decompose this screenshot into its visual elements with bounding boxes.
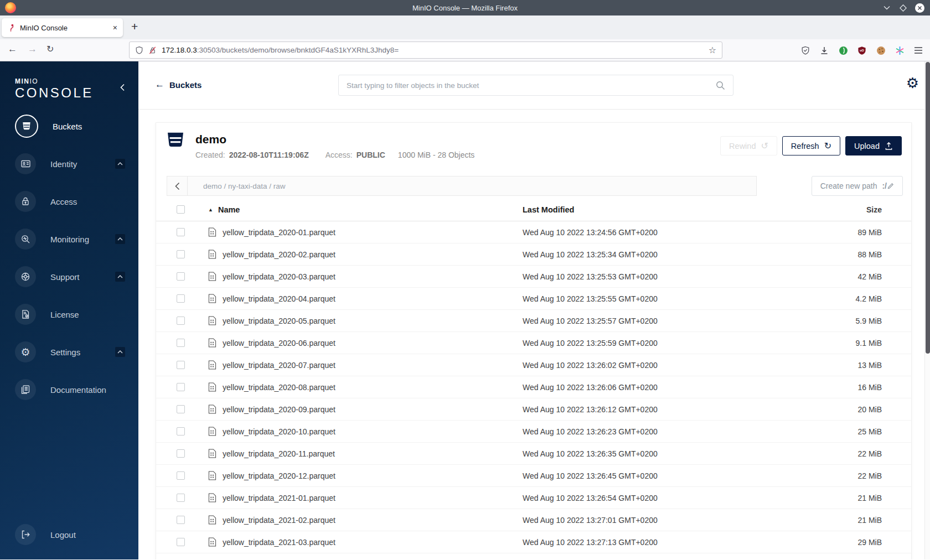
row-checkbox[interactable] [177, 272, 185, 281]
table-row[interactable]: yellow_tripdata_2020-04.parquet Wed Aug … [156, 288, 911, 310]
object-name[interactable]: yellow_tripdata_2020-07.parquet [223, 361, 335, 370]
table-row[interactable]: yellow_tripdata_2021-03.parquet Wed Aug … [156, 531, 911, 553]
table-row[interactable]: yellow_tripdata_2020-11.parquet Wed Aug … [156, 443, 911, 465]
row-checkbox[interactable] [177, 494, 185, 502]
object-name[interactable]: yellow_tripdata_2020-04.parquet [223, 294, 335, 303]
name-column-header[interactable]: ▲ Name [195, 205, 523, 214]
object-name[interactable]: yellow_tripdata_2020-10.parquet [223, 427, 335, 436]
sidebar-item-buckets[interactable]: Buckets [0, 113, 138, 139]
table-row[interactable]: yellow_tripdata_2020-06.parquet Wed Aug … [156, 332, 911, 354]
colorful-asterisk-extension-icon[interactable] [895, 45, 905, 55]
row-checkbox[interactable] [177, 538, 185, 546]
object-name[interactable]: yellow_tripdata_2020-02.parquet [223, 250, 335, 259]
create-new-path-button[interactable]: Create new path :/ [812, 176, 903, 196]
scrollbar-thumb[interactable] [926, 62, 930, 354]
create-path-icon: :/ [882, 182, 894, 190]
url-bar[interactable]: 172.18.0.3:30503/buckets/demo/browse/bnk… [129, 42, 722, 59]
sidebar-item-settings[interactable]: ⚙ Settings [0, 339, 138, 365]
object-name[interactable]: yellow_tripdata_2020-08.parquet [223, 383, 335, 392]
object-name[interactable]: yellow_tripdata_2020-05.parquet [223, 317, 335, 325]
row-checkbox[interactable] [177, 228, 185, 236]
table-row[interactable]: yellow_tripdata_2020-07.parquet Wed Aug … [156, 354, 911, 376]
object-name[interactable]: yellow_tripdata_2021-02.parquet [223, 516, 335, 525]
object-search-input[interactable] [347, 81, 716, 90]
sidebar-item-access[interactable]: Access [0, 188, 138, 215]
object-table: ▲ Name Last Modified Size [156, 198, 911, 553]
row-checkbox[interactable] [177, 405, 185, 413]
object-name[interactable]: yellow_tripdata_2021-01.parquet [223, 494, 335, 502]
back-to-buckets-link[interactable]: ← Buckets [155, 79, 202, 90]
sidebar-collapse-button[interactable] [120, 84, 125, 94]
upload-icon [885, 142, 893, 150]
sidebar-item-identity[interactable]: Identity [0, 151, 138, 177]
chevron-left-icon [120, 84, 125, 91]
object-name[interactable]: yellow_tripdata_2020-09.parquet [223, 405, 335, 414]
window-minimize-button[interactable] [882, 3, 891, 13]
path-back-button[interactable] [167, 177, 188, 195]
chevron-up-icon[interactable] [115, 347, 125, 357]
new-tab-button[interactable]: + [131, 20, 138, 33]
settings-gear-button[interactable]: ⚙ [906, 76, 919, 90]
row-checkbox[interactable] [177, 294, 185, 303]
table-row[interactable]: yellow_tripdata_2020-12.parquet Wed Aug … [156, 465, 911, 487]
parquet-file-icon [208, 250, 216, 259]
row-checkbox[interactable] [177, 383, 185, 391]
refresh-button[interactable]: Refresh ↻ [782, 136, 840, 155]
object-name[interactable]: yellow_tripdata_2020-11.parquet [223, 449, 335, 458]
ublock-origin-extension-icon[interactable]: uO [857, 45, 867, 55]
object-name[interactable]: yellow_tripdata_2020-01.parquet [223, 228, 335, 237]
row-checkbox[interactable] [177, 361, 185, 369]
table-row[interactable]: yellow_tripdata_2020-09.parquet Wed Aug … [156, 398, 911, 421]
bookmark-star-icon[interactable]: ☆ [709, 45, 716, 55]
row-checkbox[interactable] [177, 427, 185, 435]
back-button[interactable]: ← [8, 44, 17, 55]
reload-button[interactable]: ↻ [46, 44, 54, 54]
sidebar-item-license[interactable]: License [0, 301, 138, 328]
cookie-extension-icon[interactable] [876, 45, 886, 55]
table-row[interactable]: yellow_tripdata_2020-08.parquet Wed Aug … [156, 376, 911, 398]
row-checkbox[interactable] [177, 449, 185, 458]
breadcrumb[interactable]: demo / ny-taxi-data / raw [188, 182, 286, 190]
rewind-button[interactable]: Rewind ↺ [720, 136, 777, 155]
row-checkbox[interactable] [177, 317, 185, 325]
table-row[interactable]: yellow_tripdata_2020-03.parquet Wed Aug … [156, 266, 911, 288]
insecure-lock-icon[interactable] [148, 46, 157, 55]
parquet-file-icon [208, 537, 216, 547]
tab-strip: MinIO Console × + [0, 15, 930, 39]
forward-button[interactable]: → [28, 44, 37, 55]
object-name[interactable]: yellow_tripdata_2021-03.parquet [223, 538, 335, 547]
vertical-scrollbar[interactable] [924, 61, 930, 559]
object-name[interactable]: yellow_tripdata_2020-12.parquet [223, 471, 335, 480]
window-close-button[interactable] [915, 3, 924, 13]
chevron-up-icon[interactable] [115, 234, 125, 244]
hamburger-menu-button[interactable] [913, 45, 923, 55]
sidebar-item-monitoring[interactable]: Monitoring [0, 226, 138, 252]
tab-close-button[interactable]: × [113, 24, 117, 32]
table-row[interactable]: yellow_tripdata_2020-05.parquet Wed Aug … [156, 310, 911, 332]
row-checkbox[interactable] [177, 339, 185, 347]
row-checkbox[interactable] [177, 250, 185, 258]
chevron-up-icon[interactable] [115, 159, 125, 169]
table-row[interactable]: yellow_tripdata_2020-10.parquet Wed Aug … [156, 421, 911, 443]
table-row[interactable]: yellow_tripdata_2021-02.parquet Wed Aug … [156, 509, 911, 531]
downloads-button[interactable] [819, 45, 829, 55]
select-all-checkbox[interactable] [177, 205, 185, 214]
tracking-shield-icon[interactable] [135, 46, 143, 55]
sidebar-item-support[interactable]: Support [0, 263, 138, 290]
shield-check-extension-icon[interactable] [800, 45, 810, 55]
object-name[interactable]: yellow_tripdata_2020-03.parquet [223, 272, 335, 281]
green-extension-icon[interactable] [838, 45, 848, 55]
row-checkbox[interactable] [177, 471, 185, 480]
table-row[interactable]: yellow_tripdata_2020-02.parquet Wed Aug … [156, 243, 911, 266]
row-checkbox[interactable] [177, 516, 185, 524]
chevron-up-icon[interactable] [115, 272, 125, 282]
table-header-row: ▲ Name Last Modified Size [156, 198, 911, 221]
browser-tab[interactable]: MinIO Console × [2, 18, 123, 37]
upload-button[interactable]: Upload [845, 136, 902, 155]
table-row[interactable]: yellow_tripdata_2021-01.parquet Wed Aug … [156, 487, 911, 509]
table-row[interactable]: yellow_tripdata_2020-01.parquet Wed Aug … [156, 221, 911, 243]
window-maximize-button[interactable] [898, 3, 908, 13]
object-name[interactable]: yellow_tripdata_2020-06.parquet [223, 339, 335, 348]
sidebar-item-logout[interactable]: Logout [15, 524, 76, 545]
sidebar-item-documentation[interactable]: Documentation [0, 376, 138, 403]
